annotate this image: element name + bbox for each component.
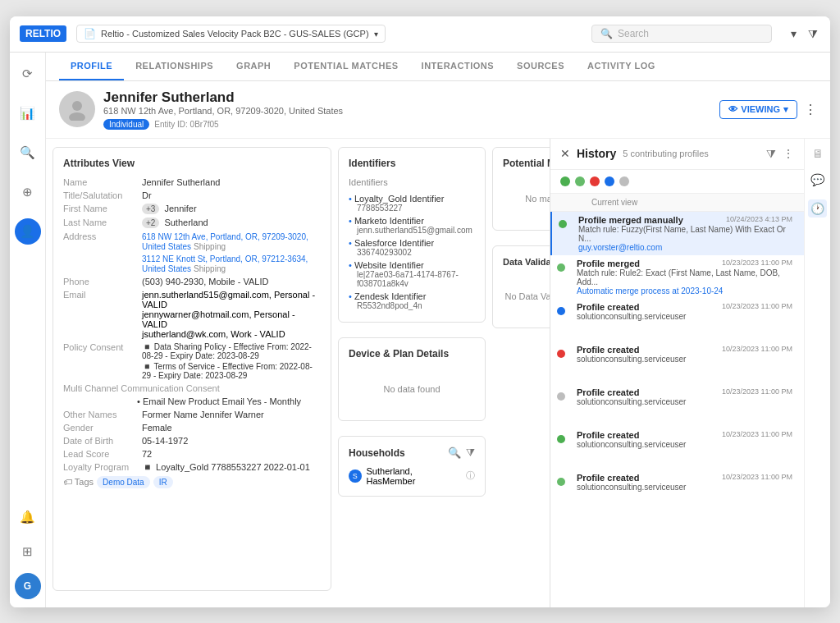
device-plan-empty: No data found: [349, 368, 475, 410]
dot-5: [619, 176, 629, 186]
household-info-icon[interactable]: ⓘ: [466, 470, 475, 482]
content-area: PROFILE RELATIONSHIPS GRAPH POTENTIAL MA…: [46, 53, 830, 607]
attr-dob-value: 05-14-1972: [142, 436, 188, 446]
breadcrumb[interactable]: 📄 Reltio - Customized Sales Velocity Pac…: [76, 25, 385, 43]
avatar: [59, 91, 95, 127]
tab-activity-log[interactable]: ACTIVITY LOG: [576, 53, 667, 80]
tab-relationships[interactable]: RELATIONSHIPS: [124, 53, 225, 80]
tl-content-6: Profile created 10/23/2023 11:00 PM solu…: [572, 430, 797, 449]
entry2-date: 10/23/2023 11:00 PM: [722, 259, 792, 267]
right-column: Potential Matches No matches found Data …: [492, 147, 550, 599]
attr-address-label: Address: [63, 231, 137, 241]
tl-top-1: Profile merged manually 10/24/2023 4:13 …: [578, 215, 792, 225]
entry4-detail: solutionconsulting.serviceuser: [577, 355, 792, 364]
entry4-date: 10/23/2023 11:00 PM: [722, 345, 792, 353]
history-title: History: [577, 147, 616, 160]
households-title: Households: [349, 447, 405, 459]
attributes-title: Attributes View: [63, 158, 321, 169]
rpanel-screen-icon[interactable]: 🖥: [812, 147, 824, 160]
attr-firstname-value: Jennifer: [164, 204, 196, 213]
tl-content-1: Profile merged manually 10/24/2023 4:13 …: [573, 215, 797, 252]
tab-profile[interactable]: PROFILE: [59, 53, 124, 80]
data-validation-title: Data Validation Warni...: [503, 257, 550, 267]
attr-other-names-label: Other Names: [63, 410, 137, 419]
sidebar-item-add[interactable]: ⊕: [15, 179, 41, 205]
history-entry-4[interactable]: Profile created 10/23/2023 11:00 PM solu…: [550, 341, 804, 384]
tl-content-7: Profile created 10/23/2023 11:00 PM solu…: [572, 473, 797, 492]
filter-icon[interactable]: ⧩: [806, 25, 820, 44]
rpanel-chat-icon[interactable]: 💬: [810, 173, 824, 186]
entry3-type: Profile created: [577, 302, 639, 312]
tag-demo[interactable]: Demo Data: [97, 476, 150, 488]
top-bar: RELTIO 📄 Reltio - Customized Sales Veloc…: [10, 16, 830, 53]
attr-lastname-row: Last Name +2 Sutherland: [63, 218, 321, 228]
attr-dob-row: Date of Birth 05-14-1972: [63, 436, 321, 446]
profile-address: 618 NW 12th Ave, Portland, OR, 97209-302…: [103, 106, 711, 116]
identifiers-label: Identifiers: [349, 177, 475, 187]
households-filter-icon[interactable]: ⧩: [466, 447, 475, 460]
tl-dot-wrap-7: [550, 473, 572, 486]
sidebar-bottom: 🔔 ⊞ G: [15, 504, 41, 599]
entry5-type: Profile created: [577, 387, 639, 397]
history-icons: ⧩ ⋮: [766, 147, 794, 161]
search-placeholder: Search: [618, 28, 649, 39]
identifier-item: Loyalty_Gold Identifier 7788553227: [349, 192, 475, 214]
dot-1: [560, 176, 570, 186]
tab-sources[interactable]: SOURCES: [505, 53, 576, 80]
history-entry-1[interactable]: Profile merged manually 10/24/2023 4:13 …: [550, 212, 804, 255]
history-dots: [550, 170, 804, 194]
dropdown-arrow-icon[interactable]: ▾: [788, 25, 799, 43]
breadcrumb-text: Reltio - Customized Sales Velocity Pack …: [101, 29, 368, 39]
history-filter-icon[interactable]: ⧩: [766, 147, 776, 161]
tags-row: 🏷 Tags Demo Data IR: [63, 476, 321, 488]
tl-content-3: Profile created 10/23/2023 11:00 PM solu…: [572, 302, 797, 321]
entry6-date: 10/23/2023 11:00 PM: [722, 430, 792, 438]
tl-dot-wrap-1: [552, 215, 573, 228]
tab-potential-matches[interactable]: POTENTIAL MATCHES: [282, 53, 409, 80]
lastname-badge: +2: [142, 218, 159, 228]
attr-email-values: jenn.sutherland515@gmail.com, Personal -…: [142, 290, 321, 339]
viewing-button[interactable]: 👁 VIEWING ▾: [719, 100, 797, 119]
attr-policy-label: Policy Consent: [63, 342, 137, 352]
tag-ir[interactable]: IR: [153, 476, 173, 488]
close-history-button[interactable]: ✕: [560, 147, 570, 160]
profile-info: Jennifer Sutherland 618 NW 12th Ave, Por…: [103, 89, 711, 130]
sidebar-item-search[interactable]: 🔍: [15, 140, 41, 166]
tl-dot-wrap-2: [550, 259, 572, 272]
history-more-icon[interactable]: ⋮: [783, 147, 794, 161]
history-entry-5[interactable]: Profile created 10/23/2023 11:00 PM solu…: [550, 384, 804, 427]
sidebar-item-user-avatar[interactable]: G: [15, 573, 41, 599]
tab-graph[interactable]: GRAPH: [225, 53, 282, 80]
history-panel: ✕ History 5 contributing profiles ⧩ ⋮: [550, 139, 804, 607]
tab-interactions[interactable]: INTERACTIONS: [410, 53, 506, 80]
sidebar-item-grid[interactable]: ⊞: [15, 538, 41, 565]
history-entry-6[interactable]: Profile created 10/23/2023 11:00 PM solu…: [550, 427, 804, 470]
sidebar-item-analytics[interactable]: 📊: [15, 100, 41, 126]
history-entry-2[interactable]: Profile merged 10/23/2023 11:00 PM Match…: [550, 255, 804, 299]
history-entry-3[interactable]: Profile created 10/23/2023 11:00 PM solu…: [550, 299, 804, 341]
svg-point-0: [72, 101, 82, 111]
firstname-badge: +3: [142, 204, 159, 214]
identifiers-list: Loyalty_Gold Identifier 7788553227 Marke…: [349, 192, 475, 312]
attr-multichannel-row: Multi Channel Communication Consent: [63, 383, 321, 393]
tl-dot-6: [557, 435, 565, 443]
household-value: Sutherland, HasMember: [367, 466, 462, 486]
attr-loyalty-value: ◾ Loyalty_Gold 7788553227 2022-01-01: [142, 462, 310, 473]
individual-tag: Individual: [103, 119, 149, 130]
sidebar-item-notifications[interactable]: 🔔: [15, 504, 41, 530]
device-plan-card: Device & Plan Details No data found: [338, 337, 486, 421]
sidebar-item-activity[interactable]: ⟳: [15, 61, 41, 87]
viewing-chevron-icon: ▾: [783, 104, 788, 115]
attr-phone-row: Phone (503) 940-2930, Mobile - VALID: [63, 277, 321, 286]
more-options-icon[interactable]: ⋮: [804, 102, 817, 117]
households-search-icon[interactable]: 🔍: [448, 447, 461, 460]
attr-title-label: Title/Salutation: [63, 190, 137, 200]
search-bar[interactable]: 🔍 Search: [591, 25, 772, 43]
history-entry-7[interactable]: Profile created 10/23/2023 11:00 PM solu…: [550, 470, 804, 512]
tl-content-4: Profile created 10/23/2023 11:00 PM solu…: [572, 345, 797, 364]
rpanel-history-icon[interactable]: 🕐: [808, 199, 827, 218]
entry1-user: guy.vorster@reltio.com: [578, 243, 792, 252]
sidebar-item-profile[interactable]: 👤: [15, 218, 41, 245]
cards-container: Attributes View Name Jennifer Sutherland…: [46, 139, 550, 607]
viewing-label: VIEWING: [741, 104, 780, 114]
